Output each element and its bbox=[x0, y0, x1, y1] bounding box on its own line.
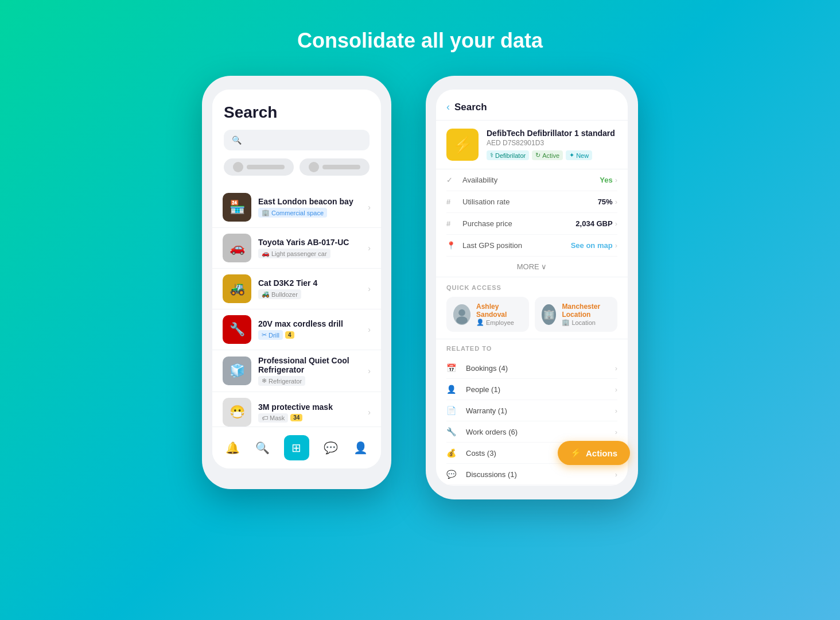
item-image-mask: 😷 bbox=[223, 398, 251, 427]
right-search-label: Search bbox=[454, 102, 487, 113]
nav-grid[interactable]: ⊞ bbox=[284, 435, 309, 460]
info-row-price[interactable]: # Purchase price 2,034 GBP › bbox=[446, 213, 617, 235]
item-badges: 🚜 Bulldozer bbox=[258, 289, 368, 299]
utilisation-label: Utilisation rate bbox=[462, 197, 598, 206]
work-orders-icon: 🔧 bbox=[446, 427, 460, 436]
price-value: 2,034 GBP bbox=[575, 219, 612, 228]
phones-container: Search 🔍 🏪 bbox=[202, 76, 638, 499]
asset-image: ⚡ bbox=[446, 129, 479, 161]
item-badge-count: 4 bbox=[285, 331, 294, 339]
list-item[interactable]: 🔧 20V max cordless drill ✂ Drill 4 › bbox=[212, 309, 381, 350]
svg-point-1 bbox=[458, 309, 465, 316]
employee-name: Ashley Sandoval bbox=[476, 303, 522, 319]
chevron-right-icon: › bbox=[615, 428, 617, 436]
bookings-label: Bookings (4) bbox=[466, 364, 615, 373]
list-item[interactable]: 🚗 Toyota Yaris AB-017-UC 🚗 Light passeng… bbox=[212, 228, 381, 269]
gps-icon: 📍 bbox=[446, 241, 458, 250]
item-tag: 🏢 Commercial space bbox=[258, 208, 327, 218]
related-warranty[interactable]: 📄 Warranty (1) › bbox=[446, 400, 617, 421]
asset-info: DefibTech Defibrillator 1 standard AED D… bbox=[487, 129, 617, 160]
qa-card-location[interactable]: 🏢 Manchester Location 🏢 Location bbox=[535, 297, 617, 332]
filter-chip-1[interactable] bbox=[224, 158, 294, 176]
item-image-drill: 🔧 bbox=[223, 315, 251, 344]
chevron-right-icon: › bbox=[615, 385, 617, 394]
svg-point-2 bbox=[456, 316, 468, 324]
nav-notifications[interactable]: 🔔 bbox=[225, 440, 241, 456]
item-name: 20V max cordless drill bbox=[258, 319, 368, 328]
warranty-label: Warranty (1) bbox=[466, 406, 615, 415]
info-row-availability[interactable]: ✓ Availability Yes › bbox=[446, 169, 617, 191]
gps-value: See on map bbox=[571, 241, 613, 250]
filter-chip-2[interactable] bbox=[300, 158, 370, 176]
item-info-beacon: East London beacon bay 🏢 Commercial spac… bbox=[258, 197, 368, 218]
item-tag: 🏷 Mask bbox=[258, 413, 288, 423]
filter-line bbox=[247, 165, 285, 169]
search-icon: 🔍 bbox=[232, 135, 242, 145]
discussions-icon: 💬 bbox=[446, 470, 460, 479]
asset-tag-status: ↻ Active bbox=[532, 150, 563, 160]
left-phone: Search 🔍 🏪 bbox=[202, 76, 391, 489]
work-orders-label: Work orders (6) bbox=[466, 428, 615, 436]
asset-tag-type: ⚕ Defibrilator bbox=[487, 150, 529, 160]
item-image-beacon: 🏪 bbox=[223, 193, 251, 222]
item-info-car: Toyota Yaris AB-017-UC 🚗 Light passenger… bbox=[258, 238, 368, 258]
availability-value: Yes bbox=[600, 176, 612, 184]
list-item[interactable]: 😷 3M protective mask 🏷 Mask 34 › bbox=[212, 392, 381, 427]
related-people[interactable]: 👤 People (1) › bbox=[446, 379, 617, 400]
filter-line-2 bbox=[322, 165, 360, 169]
nav-profile[interactable]: 👤 bbox=[352, 440, 368, 456]
chevron-right-icon: › bbox=[368, 408, 371, 417]
filter-circle bbox=[233, 162, 243, 172]
actions-fab-button[interactable]: ⚡ Actions bbox=[558, 441, 630, 465]
location-info: Manchester Location 🏢 Location bbox=[562, 303, 610, 326]
chevron-right-icon: › bbox=[368, 203, 371, 212]
related-discussions[interactable]: 💬 Discussions (1) › bbox=[446, 464, 617, 485]
employee-role-icon: 👤 bbox=[476, 319, 484, 326]
related-work-orders[interactable]: 🔧 Work orders (6) › bbox=[446, 421, 617, 443]
asset-id: AED D7S82901D3 bbox=[487, 139, 617, 147]
qa-card-person[interactable]: Ashley Sandoval 👤 Employee bbox=[446, 297, 529, 332]
chevron-right-icon: › bbox=[615, 241, 617, 250]
list-item[interactable]: 🏪 East London beacon bay 🏢 Commercial sp… bbox=[212, 187, 381, 228]
chevron-right-icon: › bbox=[615, 364, 617, 373]
list-item[interactable]: 🧊 Professional Quiet Cool Refrigerator ❄… bbox=[212, 350, 381, 392]
chevron-right-icon: › bbox=[368, 325, 371, 334]
availability-icon: ✓ bbox=[446, 176, 458, 184]
item-tag: 🚗 Light passenger car bbox=[258, 249, 330, 258]
item-tag: ❄ Refrigerator bbox=[258, 376, 305, 386]
employee-avatar bbox=[453, 304, 470, 325]
item-name: 3M protective mask bbox=[258, 402, 368, 412]
bookings-icon: 📅 bbox=[446, 363, 460, 373]
chevron-right-icon: › bbox=[615, 470, 617, 479]
item-info-bulldozer: Cat D3K2 Tier 4 🚜 Bulldozer bbox=[258, 278, 368, 299]
related-bookings[interactable]: 📅 Bookings (4) › bbox=[446, 358, 617, 379]
item-badges: 🏷 Mask 34 bbox=[258, 413, 368, 423]
quick-access-section: QUICK ACCESS Ashley Sandoval bbox=[436, 277, 628, 339]
info-row-gps[interactable]: 📍 Last GPS position See on map › bbox=[446, 235, 617, 257]
nav-messages[interactable]: 💬 bbox=[323, 440, 339, 456]
chevron-right-icon: › bbox=[615, 176, 617, 184]
quick-access-cards: Ashley Sandoval 👤 Employee 🏢 Manchester … bbox=[446, 297, 617, 332]
chevron-right-icon: › bbox=[615, 219, 617, 228]
right-phone: ‹ Search ⚡ DefibTech Defibrillator 1 sta… bbox=[426, 76, 638, 499]
asset-tags: ⚕ Defibrilator ↻ Active ✦ New bbox=[487, 150, 617, 160]
item-image-car: 🚗 bbox=[223, 234, 251, 262]
item-name: Toyota Yaris AB-017-UC bbox=[258, 238, 368, 247]
asset-tag-condition: ✦ New bbox=[566, 150, 592, 160]
asset-card[interactable]: ⚡ DefibTech Defibrillator 1 standard AED… bbox=[436, 121, 628, 169]
list-item[interactable]: 🚜 Cat D3K2 Tier 4 🚜 Bulldozer › bbox=[212, 269, 381, 309]
nav-search[interactable]: 🔍 bbox=[254, 440, 270, 456]
right-header: ‹ Search bbox=[436, 90, 628, 121]
item-name: Cat D3K2 Tier 4 bbox=[258, 278, 368, 288]
more-button[interactable]: MORE ∨ bbox=[436, 257, 628, 277]
warranty-icon: 📄 bbox=[446, 406, 460, 415]
search-bar[interactable]: 🔍 bbox=[224, 130, 370, 150]
item-image-fridge: 🧊 bbox=[223, 356, 251, 385]
info-row-utilisation[interactable]: # Utilisation rate 75% › bbox=[446, 191, 617, 213]
item-name: East London beacon bay bbox=[258, 197, 368, 206]
costs-icon: 💰 bbox=[446, 448, 460, 458]
quick-access-title: QUICK ACCESS bbox=[446, 284, 617, 291]
asset-name: DefibTech Defibrillator 1 standard bbox=[487, 129, 617, 138]
left-header: Search 🔍 bbox=[212, 90, 381, 187]
back-button[interactable]: ‹ bbox=[446, 101, 450, 113]
